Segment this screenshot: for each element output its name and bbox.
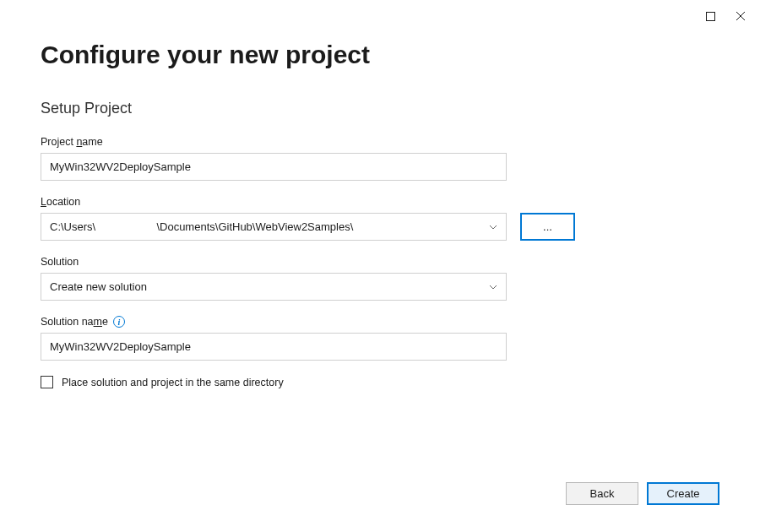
chevron-down-icon [489, 223, 497, 231]
chevron-down-icon [489, 283, 497, 291]
solution-combo[interactable]: Create new solution [41, 273, 507, 301]
dialog-body: Configure your new project Setup Project… [0, 0, 760, 388]
maximize-button[interactable] [703, 8, 718, 24]
project-name-value: MyWin32WV2DeploySample [50, 160, 191, 173]
create-button[interactable]: Create [647, 482, 719, 505]
same-directory-label: Place solution and project in the same d… [62, 377, 284, 388]
create-label: Create [666, 487, 699, 500]
project-name-label: Project name [41, 136, 719, 148]
page-subtitle: Setup Project [41, 100, 719, 117]
browse-button[interactable]: ... [520, 213, 575, 241]
page-title: Configure your new project [41, 41, 719, 69]
browse-label: ... [543, 220, 552, 233]
solution-name-group: Solution name i MyWin32WV2DeploySample [41, 316, 719, 361]
solution-label: Solution [41, 256, 719, 268]
window-titlebar [691, 0, 760, 32]
back-label: Back [590, 487, 615, 500]
solution-group: Solution Create new solution [41, 256, 719, 301]
location-label: Location [41, 196, 719, 208]
project-name-group: Project name MyWin32WV2DeploySample [41, 136, 719, 181]
back-button[interactable]: Back [566, 482, 638, 505]
location-group: Location C:\Users\ \Documents\GitHub\Web… [41, 196, 719, 241]
dialog-footer: Back Create [566, 482, 719, 505]
solution-name-value: MyWin32WV2DeploySample [50, 340, 191, 353]
solution-value: Create new solution [50, 280, 147, 293]
location-combo[interactable]: C:\Users\ \Documents\GitHub\WebView2Samp… [41, 213, 507, 241]
info-icon[interactable]: i [113, 316, 125, 328]
svg-rect-0 [706, 12, 714, 20]
same-directory-row: Place solution and project in the same d… [41, 376, 719, 388]
solution-name-label: Solution name i [41, 316, 719, 328]
project-name-input[interactable]: MyWin32WV2DeploySample [41, 153, 507, 181]
solution-name-input[interactable]: MyWin32WV2DeploySample [41, 333, 507, 361]
same-directory-checkbox[interactable] [41, 376, 53, 388]
close-button[interactable] [733, 8, 748, 24]
location-value: C:\Users\ \Documents\GitHub\WebView2Samp… [50, 220, 353, 233]
